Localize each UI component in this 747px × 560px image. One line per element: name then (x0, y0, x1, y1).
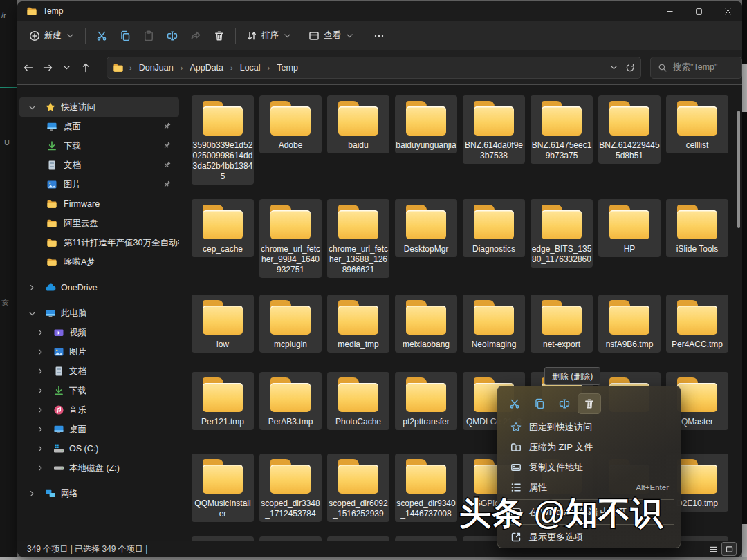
folder-tile[interactable]: BNZ.61475eec19b73a75 (531, 95, 593, 164)
chevron-right-icon[interactable] (35, 406, 46, 414)
folder-tile[interactable] (259, 536, 322, 541)
folder-tile[interactable]: scoped_dir3348_1712453784 (259, 454, 322, 522)
folder-tile[interactable]: mcplugin (259, 295, 322, 353)
sidebar-item-文档[interactable]: 文档 (19, 156, 179, 175)
folder-tile[interactable]: cep_cache (192, 199, 254, 257)
chevron-down-icon[interactable] (26, 309, 37, 318)
recent-locations-button[interactable] (57, 58, 77, 77)
folder-tile[interactable]: HP (598, 199, 661, 257)
folder-tile[interactable]: edge_BITS_13580_1176332860 (531, 199, 593, 268)
folder-tile[interactable]: meixiaobang (395, 295, 457, 353)
sidebar-item-桌面[interactable]: 桌面 (19, 117, 179, 136)
cut-button[interactable] (503, 393, 526, 414)
menu-item-压缩为-ZIP-文件[interactable]: 压缩为 ZIP 文件 (500, 437, 678, 457)
details-view-icon[interactable] (709, 545, 718, 554)
menu-item-固定到快速访问[interactable]: 固定到快速访问 (500, 417, 678, 437)
chevron-right-icon[interactable] (35, 367, 46, 375)
address-bar[interactable]: ›DonJuan›AppData›Local›Temp (107, 57, 641, 79)
minimize-button[interactable] (655, 1, 684, 21)
chevron-right-icon[interactable] (26, 283, 37, 292)
chevron-down-icon[interactable] (26, 103, 37, 112)
view-button[interactable]: 查看 (302, 26, 360, 46)
sidebar-item-第11计打造年产值30万全自动羊毛收割机[interactable]: 第11计打造年产值30万全自动羊毛收割机 (19, 233, 179, 252)
search-input[interactable]: 搜索"Temp" (650, 57, 742, 79)
sidebar-item-快速访问[interactable]: 快速访问 (19, 97, 179, 117)
trash-button[interactable] (578, 393, 601, 414)
sidebar-item-哆啦A梦[interactable]: 哆啦A梦 (19, 252, 179, 272)
folder-tile[interactable]: pt2pttransfer (395, 372, 457, 430)
chevron-right-icon[interactable] (35, 386, 46, 395)
forward-button[interactable] (38, 58, 57, 77)
folder-tile[interactable]: PerAB3.tmp (259, 372, 322, 430)
sidebar-item-桌面[interactable]: 桌面 (19, 420, 179, 439)
folder-tile[interactable] (395, 536, 457, 541)
breadcrumb-item[interactable]: AppData (185, 61, 228, 75)
vertical-scrollbar[interactable] (737, 111, 740, 228)
folder-tile[interactable]: QQMusicInstaller (192, 454, 254, 522)
folder-tile[interactable]: BNZ.614da0f9e3b7538 (463, 95, 525, 164)
chevron-down-icon[interactable] (609, 63, 618, 72)
folder-tile[interactable]: 3590b339e1d5202500998614dd3da52b4bb13845 (192, 95, 254, 185)
folder-tile[interactable]: celllist (666, 95, 728, 153)
cut-button[interactable] (90, 25, 113, 47)
up-button[interactable] (76, 58, 95, 77)
sidebar-item-OS-C-[interactable]: OS (C:) (19, 439, 179, 458)
folder-tile[interactable]: Diagnostics (463, 199, 525, 257)
folder-tile[interactable]: baiduyunguanjia (395, 95, 457, 153)
folder-tile[interactable]: iSlide Tools (666, 199, 728, 257)
copy-button[interactable] (528, 393, 551, 414)
folder-tile[interactable]: Per121.tmp (192, 372, 254, 430)
sort-button[interactable]: 排序 (240, 26, 298, 46)
folder-tile[interactable]: media_tmp (327, 295, 389, 353)
chevron-right-icon[interactable] (35, 464, 46, 472)
folder-tile[interactable] (327, 536, 389, 541)
folder-tile[interactable]: DesktopMgr (395, 199, 457, 257)
folder-tile[interactable]: NeoImaging (463, 295, 525, 353)
folder-tile[interactable]: nsfA9B6.tmp (598, 295, 661, 353)
rename-button[interactable] (553, 393, 576, 414)
rename-button[interactable] (160, 25, 184, 47)
copy-button[interactable] (113, 25, 137, 47)
sidebar-item-下载[interactable]: 下载 (19, 136, 179, 156)
sidebar-item-阿里云盘[interactable]: 阿里云盘 (19, 214, 179, 233)
close-button[interactable] (713, 1, 742, 21)
sidebar-item-此电脑[interactable]: 此电脑 (19, 304, 179, 323)
maximize-button[interactable] (684, 1, 713, 21)
chevron-right-icon[interactable] (35, 425, 46, 433)
folder-tile[interactable]: scoped_dir9340_1446737008 (395, 454, 457, 522)
trash-button[interactable] (208, 25, 231, 47)
folder-tile[interactable]: chrome_url_fetcher_13688_1268966621 (327, 199, 389, 278)
menu-item-复制文件地址[interactable]: 复制文件地址 (500, 457, 678, 477)
sidebar-item-图片[interactable]: 图片 (19, 342, 179, 362)
folder-tile[interactable]: Adobe (259, 95, 322, 153)
new-button[interactable]: 新建 (23, 26, 81, 46)
chevron-right-icon[interactable] (26, 489, 37, 498)
folder-tile[interactable]: PhotoCache (327, 372, 389, 430)
sidebar-item-文档[interactable]: 文档 (19, 362, 179, 381)
breadcrumb-item[interactable]: DonJuan (135, 61, 178, 75)
thumbnail-view-toggle[interactable] (721, 542, 737, 556)
breadcrumb-item[interactable]: Temp (273, 61, 302, 75)
sidebar-item-音乐[interactable]: 音乐 (19, 400, 179, 420)
sidebar-item-网络[interactable]: 网络 (19, 484, 179, 503)
folder-tile[interactable]: net-export (531, 295, 593, 353)
folder-tile[interactable]: low (192, 295, 254, 353)
chevron-right-icon[interactable] (35, 348, 46, 356)
chevron-right-icon[interactable] (35, 328, 46, 337)
more-button[interactable] (367, 25, 391, 47)
folder-tile[interactable]: Per4ACC.tmp (666, 295, 728, 353)
sidebar-item-下载[interactable]: 下载 (19, 381, 179, 400)
refresh-icon[interactable] (625, 63, 635, 73)
sidebar-item-Firmware[interactable]: Firmware (19, 194, 179, 214)
breadcrumb-item[interactable]: Local (236, 61, 265, 75)
sidebar-item-图片[interactable]: 图片 (19, 175, 179, 194)
folder-tile[interactable]: BNZ.6142294455d8b51 (598, 95, 661, 164)
folder-tile[interactable]: chrome_url_fetcher_9984_1640932751 (259, 199, 322, 278)
sidebar-item-OneDrive[interactable]: OneDrive (19, 278, 179, 297)
back-button[interactable] (19, 58, 38, 77)
sidebar-item-视频[interactable]: 视频 (19, 323, 179, 342)
folder-tile[interactable] (192, 536, 254, 541)
chevron-right-icon[interactable] (35, 445, 46, 453)
folder-tile[interactable]: scoped_dir6092_1516252939 (327, 454, 389, 522)
folder-tile[interactable]: baidu (327, 95, 389, 153)
